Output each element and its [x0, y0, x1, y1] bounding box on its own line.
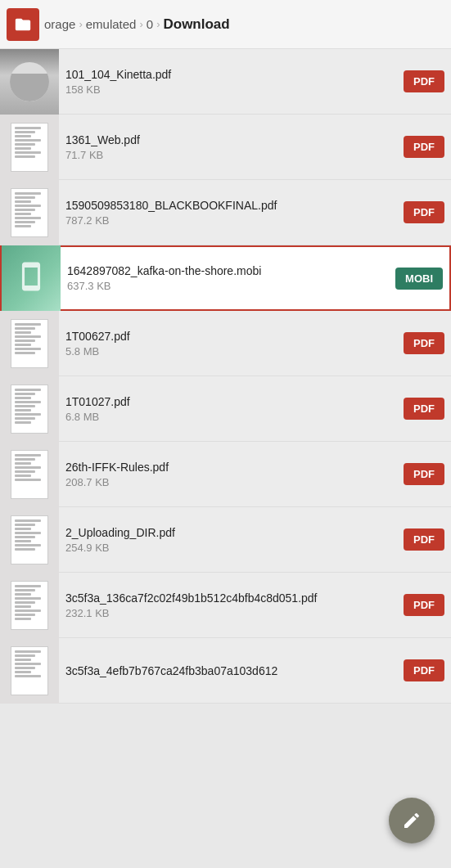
- file-size: 637.3 KB: [67, 280, 389, 292]
- breadcrumb-zero[interactable]: 0: [147, 17, 153, 31]
- list-item[interactable]: 1361_Web.pdf71.7 KBPDF: [0, 115, 451, 180]
- list-item[interactable]: 1T01027.pdf6.8 MBPDF: [0, 376, 451, 442]
- file-info: 1642897082_kafka-on-the-shore.mobi637.3 …: [67, 264, 389, 292]
- file-info: 2_Uploading_DIR.pdf254.9 KB: [65, 526, 397, 554]
- file-thumbnail: [0, 507, 59, 573]
- file-name: 2_Uploading_DIR.pdf: [65, 526, 397, 539]
- fab-edit-button[interactable]: [389, 798, 435, 843]
- pdf-badge[interactable]: PDF: [404, 528, 444, 551]
- file-thumbnail: [2, 245, 61, 311]
- file-thumbnail: [0, 638, 59, 704]
- file-info: 3c5f3a_136ca7f2c02f49b1b512c4bfb4c8d051.…: [65, 591, 397, 619]
- file-name: 101_104_Kinetta.pdf: [65, 68, 397, 81]
- file-name: 3c5f3a_4efb7b767ca24fb3ba07a103d612: [65, 664, 397, 677]
- pdf-badge[interactable]: PDF: [404, 398, 444, 420]
- file-thumbnail: [0, 49, 59, 115]
- list-item[interactable]: 2_Uploading_DIR.pdf254.9 KBPDF: [0, 507, 451, 573]
- file-info: 1361_Web.pdf71.7 KB: [65, 133, 397, 161]
- file-name: 1590509853180_BLACKBOOKFINAL.pdf: [65, 199, 397, 212]
- breadcrumb-emulated[interactable]: emulated: [86, 17, 137, 31]
- file-size: 5.8 MB: [65, 345, 397, 358]
- list-item[interactable]: 1642897082_kafka-on-the-shore.mobi637.3 …: [0, 245, 451, 311]
- file-thumbnail: [0, 311, 59, 376]
- app-icon: [7, 8, 39, 41]
- pdf-badge[interactable]: PDF: [404, 594, 444, 616]
- breadcrumb-current: Download: [163, 16, 229, 33]
- list-item[interactable]: 1T00627.pdf5.8 MBPDF: [0, 311, 451, 376]
- file-size: 787.2 KB: [65, 214, 397, 227]
- file-name: 1T01027.pdf: [65, 395, 397, 408]
- file-size: 71.7 KB: [65, 149, 397, 161]
- file-name: 26th-IFFK-Rules.pdf: [65, 461, 397, 474]
- file-size: 254.9 KB: [65, 542, 397, 554]
- mobi-device-icon: [16, 261, 47, 295]
- app-header: orage › emulated › 0 › Download: [0, 0, 451, 49]
- pdf-badge[interactable]: PDF: [404, 136, 444, 158]
- list-item[interactable]: 101_104_Kinetta.pdf158 KBPDF: [0, 49, 451, 115]
- list-item[interactable]: 26th-IFFK-Rules.pdf208.7 KBPDF: [0, 442, 451, 507]
- file-name: 1T00627.pdf: [65, 330, 397, 343]
- file-thumbnail: [0, 376, 59, 442]
- mobi-badge[interactable]: MOBI: [395, 268, 443, 290]
- file-list: 101_104_Kinetta.pdf158 KBPDF1361_Web.pdf…: [0, 49, 451, 704]
- pdf-badge[interactable]: PDF: [404, 70, 444, 92]
- file-thumbnail: [0, 180, 59, 245]
- breadcrumb: orage › emulated › 0 › Download: [39, 16, 444, 33]
- file-info: 3c5f3a_4efb7b767ca24fb3ba07a103d612: [65, 664, 397, 677]
- breadcrumb-sep3: ›: [156, 18, 160, 30]
- file-info: 1T00627.pdf5.8 MB: [65, 330, 397, 358]
- file-size: 232.1 KB: [65, 607, 397, 619]
- file-info: 26th-IFFK-Rules.pdf208.7 KB: [65, 461, 397, 488]
- file-info: 1T01027.pdf6.8 MB: [65, 395, 397, 423]
- file-name: 1361_Web.pdf: [65, 133, 397, 146]
- file-thumbnail: [0, 115, 59, 180]
- pdf-badge[interactable]: PDF: [404, 201, 444, 223]
- pdf-badge[interactable]: PDF: [404, 463, 444, 485]
- list-item[interactable]: 3c5f3a_136ca7f2c02f49b1b512c4bfb4c8d051.…: [0, 573, 451, 638]
- file-info: 101_104_Kinetta.pdf158 KB: [65, 68, 397, 96]
- file-name: 1642897082_kafka-on-the-shore.mobi: [67, 264, 389, 277]
- file-info: 1590509853180_BLACKBOOKFINAL.pdf787.2 KB: [65, 199, 397, 227]
- file-size: 208.7 KB: [65, 476, 397, 488]
- file-thumbnail: [0, 573, 59, 638]
- file-thumbnail: [0, 442, 59, 507]
- pdf-badge[interactable]: PDF: [404, 332, 444, 354]
- breadcrumb-storage[interactable]: orage: [44, 17, 75, 31]
- pencil-icon: [402, 811, 422, 830]
- list-item[interactable]: 1590509853180_BLACKBOOKFINAL.pdf787.2 KB…: [0, 180, 451, 245]
- breadcrumb-sep2: ›: [139, 18, 142, 30]
- list-item[interactable]: 3c5f3a_4efb7b767ca24fb3ba07a103d612PDF: [0, 638, 451, 704]
- breadcrumb-sep1: ›: [79, 18, 82, 30]
- pdf-badge[interactable]: PDF: [404, 659, 444, 681]
- file-size: 6.8 MB: [65, 411, 397, 423]
- file-name: 3c5f3a_136ca7f2c02f49b1b512c4bfb4c8d051.…: [65, 591, 397, 605]
- file-size: 158 KB: [65, 83, 397, 96]
